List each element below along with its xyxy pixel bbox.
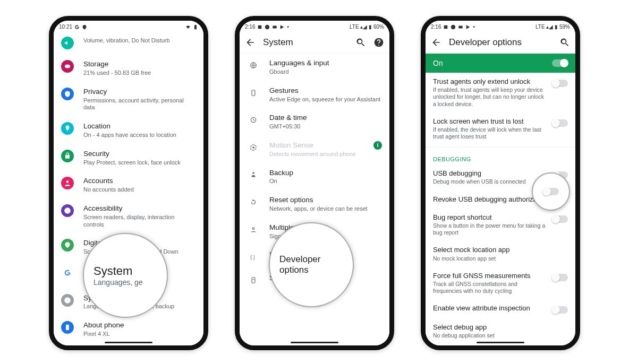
item-text: Privacy Permissions, account activity, p… (83, 88, 196, 111)
item-subtitle: Show a button in the power menu for taki… (433, 222, 547, 236)
pre-section-list: Trust agents only extend unlock If enabl… (426, 73, 575, 145)
section-debugging: DEBUGGING (426, 150, 575, 164)
option-select-mock-location-app[interactable]: Select mock location app No mock locatio… (426, 241, 575, 266)
help-icon[interactable] (373, 37, 384, 48)
info-badge[interactable]: i (373, 141, 382, 150)
back-icon[interactable] (431, 37, 441, 48)
option-select-debug-app[interactable]: Select debug app No debug application se… (426, 318, 575, 344)
option-lock-screen-when-trust-is-lost[interactable]: Lock screen when trust is lost If enable… (426, 112, 575, 145)
settings-icon: i (61, 294, 74, 307)
settings-item-accessibility[interactable]: Accessibility Screen readers, display, i… (54, 199, 203, 233)
option-enable-view-attribute-inspection[interactable]: Enable view attribute inspection (426, 299, 575, 318)
item-title: Enable view attribute inspection (433, 304, 547, 313)
svg-rect-22 (252, 278, 255, 283)
item-subtitle: Active Edge on, squeeze for your Assista… (269, 96, 382, 103)
item-text: Date & time GMT+05:30 (269, 114, 382, 131)
svg-rect-25 (459, 25, 463, 28)
svg-text:i: i (67, 298, 68, 302)
status-left: 2:16 • (431, 24, 475, 30)
toggle-switch[interactable] (552, 215, 568, 223)
item-subtitle: Play Protect, screen lock, face unlock (83, 159, 196, 167)
system-icon (247, 59, 260, 72)
back-icon[interactable] (245, 37, 256, 48)
item-title: Bug report shortcut (433, 213, 547, 222)
settings-item-storage[interactable]: Storage 21% used - 50.83 GB free (54, 55, 203, 82)
toggle-switch[interactable] (552, 80, 568, 87)
svg-rect-1 (65, 66, 70, 66)
item-text: Sound Volume, vibration, Do Not Disturb (83, 37, 196, 45)
svg-rect-9 (66, 326, 69, 329)
system-item-gestures[interactable]: Gestures Active Edge on, squeeze for you… (240, 81, 389, 109)
usb-debugging-toggle[interactable] (543, 188, 559, 195)
item-title: Gestures (269, 86, 382, 96)
svg-text:{ }: { } (250, 255, 255, 260)
item-text: Accounts No accounts added (83, 177, 196, 194)
item-text: Bug report shortcut Show a button in the… (433, 213, 547, 237)
item-text: Security Play Protect, screen lock, face… (83, 150, 196, 167)
master-toggle-bar[interactable]: On (426, 54, 575, 73)
system-item-date-time[interactable]: Date & time GMT+05:30 (240, 108, 389, 136)
toggle-switch[interactable] (552, 274, 568, 281)
item-text: Storage 21% used - 50.83 GB free (83, 60, 196, 77)
option-trust-agents-only-extend-unlock[interactable]: Trust agents only extend unlock If enabl… (426, 73, 575, 112)
system-icon (247, 223, 260, 236)
screenshot-icon (257, 24, 262, 30)
item-text: USB debugging Debug mode when USB is con… (433, 169, 547, 185)
search-icon[interactable] (559, 37, 570, 48)
item-text: Languages & input Gboard (269, 59, 382, 76)
settings-item-privacy[interactable]: Privacy Permissions, account activity, p… (54, 82, 203, 117)
svg-point-13 (265, 24, 269, 29)
item-title: Backup (269, 169, 382, 178)
system-item-reset-options[interactable]: Reset options Network, apps, or device c… (240, 190, 389, 218)
settings-item-tips-support[interactable]: ? Tips & support Help articles, phone & … (54, 343, 203, 345)
item-title: Reset options (269, 196, 382, 205)
screen-2: 2:16 • LTE ▴◢ ▮ 60% System Languages & i… (240, 21, 389, 345)
master-toggle-switch[interactable] (552, 59, 568, 67)
system-item-motion-sense[interactable]: Motion Sense Detects movement around pho… (240, 136, 389, 163)
item-title: Accessibility (83, 204, 196, 213)
option-bug-report-shortcut[interactable]: Bug report shortcut Show a button in the… (426, 209, 575, 241)
app-bar: System (240, 31, 389, 54)
svg-rect-23 (444, 25, 448, 29)
magnifier-title: Developer options (279, 254, 343, 275)
battery-icon (193, 24, 198, 30)
toggle-switch[interactable] (552, 119, 568, 127)
dot-icon: • (473, 24, 475, 30)
item-text: Motion Sense Detects movement around pho… (269, 141, 364, 158)
system-item-backup[interactable]: Backup On (240, 163, 389, 191)
status-time: 10:21 (59, 24, 72, 30)
system-icon (247, 114, 260, 126)
settings-item-security[interactable]: Security Play Protect, screen lock, face… (54, 144, 203, 172)
settings-icon (61, 37, 74, 49)
item-text: Trust agents only extend unlock If enabl… (433, 77, 547, 108)
settings-icon (61, 177, 74, 189)
settings-item-about-phone[interactable]: About phone Pixel 4 XL (54, 316, 203, 343)
highlight-usb-debugging-toggle (532, 172, 570, 211)
dot-icon: • (287, 24, 289, 30)
item-subtitle: On (269, 178, 382, 185)
divider (426, 147, 575, 148)
search-icon[interactable] (355, 37, 366, 48)
settings-item-accounts[interactable]: Accounts No accounts added (54, 171, 203, 199)
item-subtitle: Pixel 4 XL (83, 331, 196, 338)
svg-rect-17 (252, 90, 255, 96)
item-title: Select mock location app (433, 246, 568, 254)
status-left: 10:21 (59, 24, 87, 30)
master-toggle-label: On (433, 59, 443, 67)
svg-point-2 (67, 127, 68, 128)
settings-item-sound[interactable]: Sound Volume, vibration, Do Not Disturb (54, 31, 203, 55)
item-title: Storage (83, 60, 196, 69)
magnifier-sub: Languages, ge (94, 278, 157, 287)
item-title: Location (83, 122, 196, 131)
phone-dev-options: 2:16 • LTE ▴◢ ▮ 59% Developer options On… (421, 16, 580, 350)
option-force-full-gnss-measurements[interactable]: Force full GNSS measurements Track all G… (426, 267, 575, 300)
shield-icon (82, 24, 87, 30)
item-subtitle: Screen readers, display, interaction con… (83, 214, 196, 229)
system-item-languages-input[interactable]: Languages & input Gboard (240, 54, 389, 81)
toggle-switch[interactable] (552, 306, 568, 314)
item-title: Date & time (269, 114, 382, 123)
item-title: Trust agents only extend unlock (433, 77, 547, 86)
screenshot-icon (443, 24, 448, 30)
settings-item-location[interactable]: Location On - 4 apps have access to loca… (54, 117, 203, 144)
phone-system: 2:16 • LTE ▴◢ ▮ 60% System Languages & i… (235, 16, 394, 350)
